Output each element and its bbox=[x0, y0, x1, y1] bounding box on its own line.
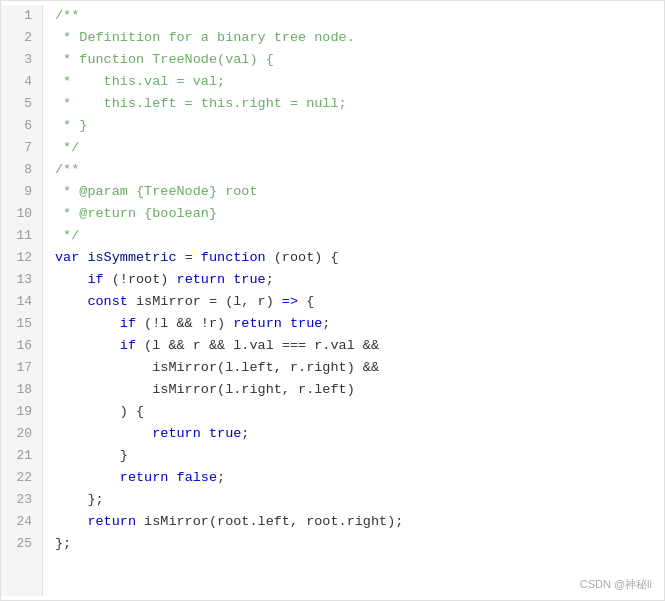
token bbox=[55, 316, 120, 331]
token: * } bbox=[55, 118, 87, 133]
watermark: CSDN @神秘li bbox=[580, 577, 652, 592]
token: /** bbox=[55, 8, 79, 23]
line-number: 5 bbox=[11, 93, 32, 115]
line-number: 8 bbox=[11, 159, 32, 181]
token: } bbox=[55, 448, 128, 463]
token: const bbox=[87, 294, 128, 309]
token: if bbox=[87, 272, 103, 287]
line-numbers: 1234567891011121314151617181920212223242… bbox=[1, 5, 43, 596]
token bbox=[55, 338, 120, 353]
token: (root) { bbox=[266, 250, 339, 265]
line-number: 7 bbox=[11, 137, 32, 159]
token: return bbox=[120, 470, 169, 485]
code-line: * this.left = this.right = null; bbox=[55, 93, 652, 115]
token bbox=[55, 426, 152, 441]
line-number: 23 bbox=[11, 489, 32, 511]
token: /** bbox=[55, 162, 79, 177]
token: * Definition for a binary tree node. bbox=[55, 30, 355, 45]
code-line: * function TreeNode(val) { bbox=[55, 49, 652, 71]
line-number: 11 bbox=[11, 225, 32, 247]
token bbox=[55, 514, 87, 529]
code-line: }; bbox=[55, 489, 652, 511]
token: { bbox=[298, 294, 314, 309]
code-body: 1234567891011121314151617181920212223242… bbox=[1, 1, 664, 600]
token: isSymmetric bbox=[87, 250, 176, 265]
token: return bbox=[152, 426, 201, 441]
code-line: * @return {boolean} bbox=[55, 203, 652, 225]
token: * @return {boolean} bbox=[55, 206, 217, 221]
code-line: var isSymmetric = function (root) { bbox=[55, 247, 652, 269]
code-line: isMirror(l.right, r.left) bbox=[55, 379, 652, 401]
token: (l && r && l.val === r.val && bbox=[136, 338, 379, 353]
token: */ bbox=[55, 228, 79, 243]
token: true bbox=[209, 426, 241, 441]
token bbox=[201, 426, 209, 441]
token: ; bbox=[266, 272, 274, 287]
line-number: 3 bbox=[11, 49, 32, 71]
token: (!l && !r) bbox=[136, 316, 233, 331]
token: ) { bbox=[55, 404, 144, 419]
token: function bbox=[201, 250, 266, 265]
code-line: */ bbox=[55, 137, 652, 159]
line-number: 22 bbox=[11, 467, 32, 489]
token: return bbox=[177, 272, 226, 287]
token: * this.left = this.right = null; bbox=[55, 96, 347, 111]
token: * function TreeNode(val) { bbox=[55, 52, 274, 67]
code-line: } bbox=[55, 445, 652, 467]
line-number: 25 bbox=[11, 533, 32, 555]
code-line: /** bbox=[55, 159, 652, 181]
line-number: 17 bbox=[11, 357, 32, 379]
code-line: * } bbox=[55, 115, 652, 137]
code-content: /** * Definition for a binary tree node.… bbox=[43, 5, 664, 596]
code-line: */ bbox=[55, 225, 652, 247]
token: }; bbox=[55, 492, 104, 507]
token: isMirror(root.left, root.right); bbox=[136, 514, 403, 529]
token: return bbox=[87, 514, 136, 529]
line-number: 10 bbox=[11, 203, 32, 225]
line-number: 18 bbox=[11, 379, 32, 401]
line-number: 20 bbox=[11, 423, 32, 445]
line-number: 6 bbox=[11, 115, 32, 137]
token: ; bbox=[217, 470, 225, 485]
token: if bbox=[120, 316, 136, 331]
line-number: 19 bbox=[11, 401, 32, 423]
code-line: * Definition for a binary tree node. bbox=[55, 27, 652, 49]
line-number: 13 bbox=[11, 269, 32, 291]
line-number: 12 bbox=[11, 247, 32, 269]
token: (!root) bbox=[104, 272, 177, 287]
code-line: isMirror(l.left, r.right) && bbox=[55, 357, 652, 379]
line-number: 1 bbox=[11, 5, 32, 27]
token: isMirror = (l, r) bbox=[128, 294, 282, 309]
token: true bbox=[290, 316, 322, 331]
token bbox=[55, 294, 87, 309]
line-number: 2 bbox=[11, 27, 32, 49]
code-line: const isMirror = (l, r) => { bbox=[55, 291, 652, 313]
code-line: if (!l && !r) return true; bbox=[55, 313, 652, 335]
code-editor: 1234567891011121314151617181920212223242… bbox=[0, 0, 665, 601]
token: => bbox=[282, 294, 298, 309]
token bbox=[168, 470, 176, 485]
code-line: /** bbox=[55, 5, 652, 27]
token: false bbox=[177, 470, 218, 485]
line-number: 16 bbox=[11, 335, 32, 357]
line-number: 14 bbox=[11, 291, 32, 313]
token bbox=[282, 316, 290, 331]
token: }; bbox=[55, 536, 71, 551]
line-number: 15 bbox=[11, 313, 32, 335]
token: * @param {TreeNode} root bbox=[55, 184, 258, 199]
code-line: if (l && r && l.val === r.val && bbox=[55, 335, 652, 357]
token bbox=[55, 272, 87, 287]
code-line: * @param {TreeNode} root bbox=[55, 181, 652, 203]
code-line: ) { bbox=[55, 401, 652, 423]
line-number: 24 bbox=[11, 511, 32, 533]
token: isMirror(l.right, r.left) bbox=[55, 382, 355, 397]
token: */ bbox=[55, 140, 79, 155]
code-line: return isMirror(root.left, root.right); bbox=[55, 511, 652, 533]
token: = bbox=[177, 250, 201, 265]
token: if bbox=[120, 338, 136, 353]
token bbox=[55, 470, 120, 485]
line-number: 21 bbox=[11, 445, 32, 467]
code-line: }; bbox=[55, 533, 652, 555]
code-line: if (!root) return true; bbox=[55, 269, 652, 291]
code-line: return true; bbox=[55, 423, 652, 445]
